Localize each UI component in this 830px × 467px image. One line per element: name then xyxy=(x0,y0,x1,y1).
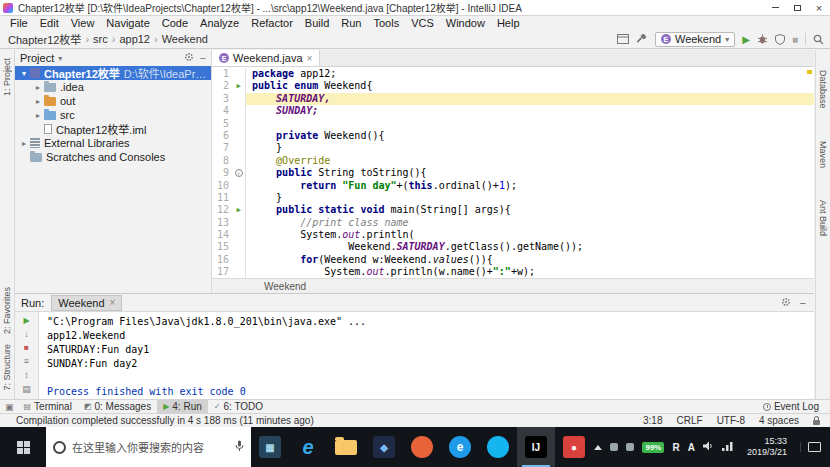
menu-item-code[interactable]: Code xyxy=(156,17,194,29)
tray-app-icon[interactable] xyxy=(610,443,618,451)
toolwindow-layout-icon[interactable] xyxy=(617,34,629,44)
stop-button[interactable]: ■ xyxy=(792,34,798,45)
run-console-tab[interactable]: Weekend × xyxy=(51,295,122,311)
menu-item-run[interactable]: Run xyxy=(335,17,367,29)
toolwindow-button-ant-build[interactable]: Ant Build xyxy=(818,200,828,236)
tree-item[interactable]: ▸.idea xyxy=(15,80,211,94)
toolwindow-button-project[interactable]: 1: Project xyxy=(2,58,12,96)
editor-breadcrumb-item[interactable]: Weekend xyxy=(264,281,306,292)
rerun-button[interactable]: ▶ xyxy=(23,316,29,325)
volume-icon[interactable] xyxy=(703,441,714,453)
code-line[interactable]: 10 return "Fun day"+(this.ordinal()+1); xyxy=(212,180,814,192)
close-tab-icon[interactable]: × xyxy=(110,297,116,308)
search-everywhere-icon[interactable] xyxy=(813,34,824,45)
menu-item-help[interactable]: Help xyxy=(491,17,526,29)
tree-item[interactable]: Scratches and Consoles xyxy=(15,150,211,164)
code-area[interactable]: 1package app12;2▶public enum Weekend{3 S… xyxy=(212,67,814,278)
tree-item[interactable]: ▾Chapter12枚举D:\软件\IdeaProjects\Chapter1 xyxy=(15,66,211,80)
run-gutter-icon[interactable]: ▶ xyxy=(236,204,240,216)
build-hammer-icon[interactable] xyxy=(636,34,648,45)
menu-item-navigate[interactable]: Navigate xyxy=(100,17,155,29)
settings-gear-icon[interactable] xyxy=(781,297,791,309)
menu-item-file[interactable]: File xyxy=(4,17,34,29)
tree-chevron[interactable]: ▸ xyxy=(19,139,29,148)
taskbar-app-file-explorer[interactable] xyxy=(327,427,365,467)
code-line[interactable]: 6 private Weekend(){ xyxy=(212,130,814,142)
tree-item[interactable]: ▸External Libraries xyxy=(15,136,211,150)
taskbar-app-dictionary-app[interactable]: ● xyxy=(555,427,593,467)
menu-item-window[interactable]: Window xyxy=(440,17,491,29)
status-widget[interactable]: UTF-8 xyxy=(717,415,745,426)
maximize-button[interactable] xyxy=(786,0,808,15)
close-button[interactable]: × xyxy=(808,0,830,15)
taskbar-search-box[interactable]: 在这里输入你要搜索的内容 xyxy=(46,427,251,467)
code-line[interactable]: 9↑ public String toString(){ xyxy=(212,167,814,179)
run-console-output[interactable]: "C:\Program Files\Java\jdk1.8.0_201\bin\… xyxy=(39,312,814,402)
coverage-shield-icon[interactable] xyxy=(775,34,785,45)
tree-chevron[interactable]: ▸ xyxy=(33,97,43,106)
tray-indicator-r[interactable]: R xyxy=(672,442,679,453)
tree-chevron[interactable]: ▸ xyxy=(33,111,43,120)
code-line[interactable]: 14 System.out.println( xyxy=(212,229,814,241)
toolwindow-tab-messages[interactable]: ◩0: Messages xyxy=(78,400,157,413)
toolwindow-tab-todo[interactable]: ✓6: TODO xyxy=(208,400,269,413)
code-line[interactable]: 8 @Override xyxy=(212,155,814,167)
expand-all-icon[interactable]: ↕ xyxy=(24,370,29,380)
minimize-button[interactable] xyxy=(764,0,786,15)
taskbar-app-blue-browser[interactable]: e xyxy=(441,427,479,467)
tree-chevron[interactable]: ▸ xyxy=(33,83,43,92)
run-gutter-icon[interactable]: ▶ xyxy=(236,80,240,92)
scroll-down-icon[interactable]: ↓ xyxy=(24,329,29,339)
code-line[interactable]: 7 } xyxy=(212,142,814,154)
tray-app-icon[interactable] xyxy=(626,443,634,451)
breadcrumb-item[interactable]: Chapter12枚举 xyxy=(6,31,83,47)
taskbar-app-intellij-idea[interactable]: IJ xyxy=(517,427,555,467)
breadcrumb-item[interactable]: src xyxy=(91,33,110,45)
toolwindow-button-favorites[interactable]: 2: Favorites xyxy=(2,287,12,334)
code-line[interactable]: 12▶ public static void main(String[] arg… xyxy=(212,204,814,216)
toolwindow-button-database[interactable]: Database xyxy=(818,70,828,109)
code-line[interactable]: 4 SUNDAY; xyxy=(212,105,814,117)
tree-item[interactable]: Chapter12枚举.iml xyxy=(15,122,211,136)
ime-indicator[interactable]: A xyxy=(688,442,695,453)
tray-expand-icon[interactable] xyxy=(594,445,602,450)
microphone-icon[interactable] xyxy=(235,440,244,454)
code-line[interactable]: 1package app12; xyxy=(212,68,814,80)
menu-item-build[interactable]: Build xyxy=(299,17,335,29)
code-line[interactable]: 13 //print class name xyxy=(212,217,814,229)
menu-item-tools[interactable]: Tools xyxy=(367,17,405,29)
code-line[interactable]: 11 } xyxy=(212,192,814,204)
hide-panel-icon[interactable]: − xyxy=(800,297,806,309)
taskbar-app-system-app[interactable]: ▦ xyxy=(251,427,289,467)
taskbar-app-edge-browser[interactable]: e xyxy=(289,427,327,467)
override-gutter-icon[interactable]: ↑ xyxy=(235,169,243,177)
breadcrumb-item[interactable]: Weekend xyxy=(160,33,210,45)
clear-console-icon[interactable]: ▤ xyxy=(22,384,31,394)
toolwindow-switcher-icon[interactable]: ▣ xyxy=(5,402,14,412)
menu-item-analyze[interactable]: Analyze xyxy=(194,17,245,29)
status-widget[interactable]: 3:18 xyxy=(643,415,662,426)
taskbar-app-dark-app[interactable]: ◆ xyxy=(365,427,403,467)
code-line[interactable]: 16 for(Weekend w:Weekend.values()){ xyxy=(212,254,814,266)
breadcrumb-item[interactable]: app12 xyxy=(117,33,152,45)
start-button[interactable] xyxy=(0,427,46,467)
close-tab-icon[interactable]: × xyxy=(307,53,313,64)
lock-icon[interactable] xyxy=(813,420,820,425)
taskbar-app-chat-app[interactable] xyxy=(479,427,517,467)
network-icon[interactable] xyxy=(722,441,734,453)
code-line[interactable]: 2▶public enum Weekend{ xyxy=(212,80,814,92)
tree-item[interactable]: ▸out xyxy=(15,94,211,108)
code-line[interactable]: 17 System.out.println(w.name()+":"+w); xyxy=(212,266,814,278)
stop-process-button[interactable]: ■ xyxy=(24,343,29,352)
tree-chevron[interactable]: ▾ xyxy=(19,69,29,78)
code-line[interactable]: 5 xyxy=(212,118,814,130)
editor-tab-weekend[interactable]: E Weekend.java × xyxy=(212,50,320,66)
run-config-selector[interactable]: E Weekend ▾ xyxy=(655,32,735,47)
taskbar-clock[interactable]: 15:33 2019/3/21 xyxy=(742,436,792,458)
toolwindow-tab-event-log[interactable]: Event Log xyxy=(757,400,825,413)
code-line[interactable]: 3 SATURDAY, xyxy=(212,93,814,105)
debug-bug-icon[interactable] xyxy=(757,34,768,45)
console-options-icon[interactable]: ≡ xyxy=(24,356,29,366)
action-center-button[interactable] xyxy=(800,442,828,452)
menu-item-vcs[interactable]: VCS xyxy=(405,17,440,29)
